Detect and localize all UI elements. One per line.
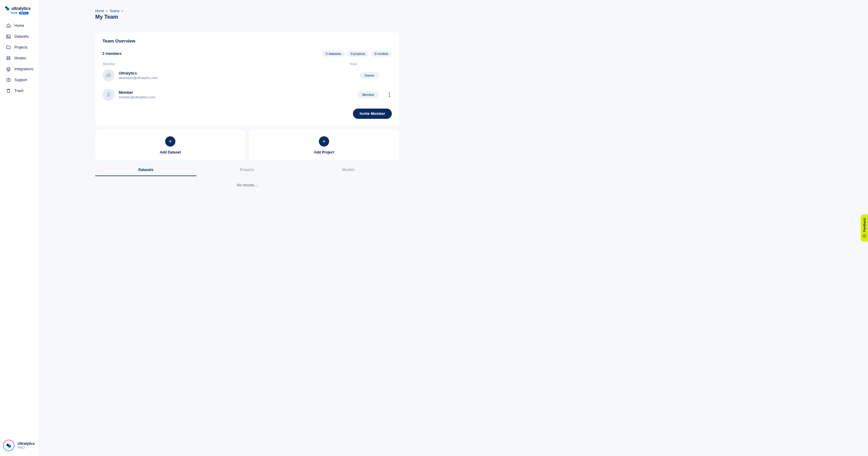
tab-projects[interactable]: Projects — [196, 165, 298, 176]
svg-rect-2 — [7, 35, 10, 38]
add-project-button[interactable]: + Add Project — [249, 130, 399, 161]
stat-badges: 0 datasets 0 projects 0 models — [322, 51, 392, 57]
team-overview-card: Team Overview 2 members 0 datasets 0 pro… — [95, 32, 399, 126]
sidebar-item-integrations[interactable]: Integrations — [2, 64, 36, 74]
smile-icon — [862, 234, 867, 238]
breadcrumb-sep: > — [121, 9, 123, 13]
brand-hub: HUB — [11, 11, 18, 15]
sidebar-item-label: Datasets — [14, 34, 29, 38]
add-dataset-button[interactable]: + Add Dataset — [95, 130, 245, 161]
main: Home > Teams > My Team Team Overview 2 m… — [39, 0, 868, 199]
plus-icon: + — [319, 136, 329, 147]
breadcrumb-home[interactable]: Home — [95, 9, 104, 13]
sidebar: ultralytics HUB BETA Home Datasets Proje… — [0, 0, 39, 456]
table-row: Ultralytics developer@ultralytics.com Ow… — [102, 66, 392, 85]
member-name: Ultralytics — [119, 71, 158, 76]
role-pill: Owner — [360, 72, 379, 79]
tab-models[interactable]: Models — [298, 165, 399, 176]
member-menu-button[interactable] — [387, 92, 392, 97]
table-row: Member member@ultralytics.com Member — [102, 85, 392, 104]
breadcrumb-sep: > — [106, 9, 107, 13]
avatar — [3, 440, 14, 451]
add-dataset-label: Add Dataset — [160, 150, 181, 154]
tab-datasets[interactable]: Datasets — [95, 165, 196, 176]
svg-point-3 — [7, 36, 8, 36]
sidebar-item-label: Models — [14, 56, 26, 60]
svg-point-9 — [107, 93, 110, 94]
feedback-label: Feedback — [863, 218, 866, 232]
sidebar-item-label: Home — [14, 24, 24, 28]
sidebar-item-label: Integrations — [14, 67, 33, 71]
member-table-head: Member Role — [102, 62, 392, 66]
sidebar-item-label: Support — [14, 78, 27, 82]
sidebar-item-label: Trash — [14, 89, 24, 93]
stat-models: 0 models — [371, 51, 392, 57]
svg-point-7 — [8, 445, 11, 448]
logo-icon — [5, 6, 10, 11]
folder-icon — [6, 45, 11, 50]
trash-icon — [6, 88, 11, 93]
layers-icon — [6, 67, 11, 72]
logo[interactable]: ultralytics HUB BETA — [0, 6, 39, 21]
brand-name: ultralytics — [11, 6, 31, 11]
sidebar-item-home[interactable]: Home — [2, 21, 36, 31]
member-email: member@ultralytics.com — [119, 95, 155, 99]
sidebar-item-support[interactable]: Support — [2, 75, 36, 85]
home-icon — [6, 23, 11, 28]
stat-datasets: 0 datasets — [322, 51, 345, 57]
user-name: Ultralytics — [18, 441, 35, 446]
card-title: Team Overview — [102, 38, 392, 44]
member-name: Member — [119, 90, 155, 95]
stat-projects: 0 projects — [347, 51, 369, 57]
svg-point-11 — [389, 94, 390, 95]
svg-point-12 — [389, 96, 390, 97]
invite-member-button[interactable]: Invite Member — [353, 109, 392, 119]
svg-point-1 — [6, 7, 9, 10]
nav: Home Datasets Projects Models Integratio… — [0, 21, 39, 96]
sidebar-item-projects[interactable]: Projects — [2, 42, 36, 53]
col-member: Member — [103, 62, 115, 66]
svg-point-10 — [389, 92, 390, 93]
sidebar-item-label: Projects — [14, 45, 27, 50]
page-title: My Team — [95, 14, 399, 20]
member-count: 2 members — [102, 52, 121, 56]
svg-point-5 — [8, 81, 8, 81]
svg-point-13 — [863, 234, 866, 238]
svg-point-15 — [865, 235, 865, 235]
col-role: Role — [350, 62, 357, 66]
image-icon — [6, 34, 11, 39]
user-menu[interactable]: Ultralytics PRO — [0, 436, 39, 456]
member-avatar-cloud-icon — [102, 69, 115, 81]
breadcrumb: Home > Teams > — [95, 9, 399, 13]
member-avatar-bug-icon — [102, 89, 115, 101]
plus-icon: + — [165, 136, 176, 147]
beta-badge: BETA — [19, 12, 29, 15]
command-icon — [6, 56, 11, 61]
empty-state: No results... — [95, 183, 399, 187]
add-project-label: Add Project — [314, 150, 334, 154]
breadcrumb-teams[interactable]: Teams — [110, 9, 119, 13]
sidebar-item-datasets[interactable]: Datasets — [2, 31, 36, 41]
svg-point-14 — [864, 235, 864, 235]
tabs: Datasets Projects Models — [95, 165, 399, 176]
role-pill: Member — [358, 91, 379, 98]
help-icon — [6, 78, 11, 82]
feedback-button[interactable]: Feedback — [861, 215, 868, 241]
sidebar-item-models[interactable]: Models — [2, 53, 36, 63]
avatar-icon — [6, 443, 12, 449]
sidebar-item-trash[interactable]: Trash — [2, 86, 36, 96]
user-plan: PRO — [18, 446, 35, 449]
member-email: developer@ultralytics.com — [119, 76, 158, 80]
